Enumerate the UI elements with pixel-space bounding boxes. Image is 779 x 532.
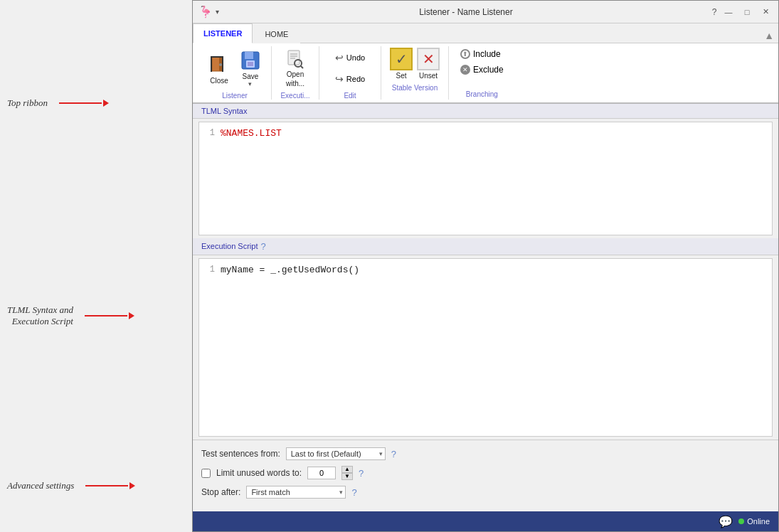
svg-rect-10 (288, 50, 300, 65)
execution-help-icon[interactable]: ? (260, 241, 265, 252)
listener-group-label: Listener (222, 92, 248, 100)
online-status: Online (738, 517, 770, 526)
include-label: Include (473, 49, 501, 59)
undo-icon: ↩ (335, 52, 344, 63)
svg-line-15 (301, 66, 303, 68)
chat-icon[interactable]: 💬 (719, 515, 733, 528)
svg-rect-5 (211, 56, 223, 58)
stop-after-dropdown-wrapper: First match ▾ (246, 486, 346, 499)
edit-group-label: Edit (344, 92, 356, 100)
ribbon-edit-group: ↩ Undo ↪ Redo Edit (319, 46, 381, 100)
limit-checkbox[interactable] (201, 469, 211, 478)
main-window: 🦩 ▾ Listener - Name Listener ? — □ ✕ LIS… (192, 0, 779, 532)
tlml-header: TLML Syntax (193, 104, 778, 119)
svg-rect-9 (248, 62, 253, 66)
exclude-label: Exclude (473, 65, 504, 75)
stop-after-label: Stop after: (201, 487, 240, 497)
stop-after-help[interactable]: ? (351, 487, 356, 498)
top-ribbon-label: Top ribbon (7, 97, 48, 108)
limit-spin-up[interactable]: ▲ (341, 466, 353, 473)
limit-value-input[interactable] (307, 467, 336, 479)
online-label: Online (747, 517, 770, 526)
window-title: Listener - Name Listener (225, 7, 707, 17)
tlml-code-region[interactable]: 1 %NAMES.LIST (199, 122, 772, 235)
execution-code-line-1: 1 myName = _.getUsedWords() (199, 262, 772, 277)
execution-header: Execution Script ? (193, 238, 778, 255)
set-button[interactable]: ✓ Set (390, 48, 413, 80)
advanced-arrow (85, 482, 135, 489)
ribbon-collapse-btn[interactable]: ▲ (760, 30, 778, 43)
title-dropdown-arrow[interactable]: ▾ (216, 8, 219, 16)
limit-row: Limit unused words to: ▲ ▼ ? (201, 466, 770, 480)
execution-section: Execution Script ? 1 myName = _.getUsedW… (193, 238, 778, 440)
execution-code-area[interactable]: 1 myName = _.getUsedWords() (198, 258, 773, 437)
test-sentences-row: Test sentences from: Last to first (Defa… (201, 447, 770, 460)
svg-rect-4 (222, 56, 223, 72)
tlml-annotation: TLML Syntax and Execution Script (7, 304, 185, 327)
top-ribbon-annotation: Top ribbon (7, 97, 185, 109)
save-dropdown-arrow: ▾ (248, 80, 252, 87)
tab-listener[interactable]: LISTENER (193, 23, 253, 43)
include-button[interactable]: ⬆ Include (457, 48, 507, 60)
ribbon: Close Save ▾ (193, 43, 778, 104)
redo-icon: ↪ (335, 73, 344, 85)
ribbon-execution-group: Open with... Executi... (272, 46, 319, 100)
status-bar: 💬 Online (193, 511, 778, 531)
undo-button[interactable]: ↩ Undo (325, 48, 375, 68)
set-icon: ✓ (390, 48, 413, 70)
tlml-arrow (85, 312, 134, 319)
test-sentences-dropdown[interactable]: Last to first (Default) (286, 447, 386, 460)
execution-group-label: Executi... (280, 92, 309, 100)
advanced-annotation: Advanced settings (7, 480, 185, 491)
tab-home[interactable]: HOME (254, 23, 299, 43)
open-with-label: Open (286, 70, 304, 78)
ribbon-tabs: LISTENER HOME ▲ (193, 23, 778, 43)
minimize-button[interactable]: — (721, 5, 736, 19)
exclude-icon: ✕ (460, 65, 470, 75)
branching-label: Branching (457, 90, 507, 98)
unset-button[interactable]: ✕ Unset (417, 48, 440, 80)
close-button-label: Close (210, 77, 228, 85)
save-ribbon-button[interactable]: Save ▾ (235, 47, 265, 90)
stable-version-label: Stable Version (390, 84, 440, 92)
limit-spinner: ▲ ▼ (341, 466, 353, 480)
svg-rect-7 (245, 52, 253, 59)
flamingo-icon: 🦩 (198, 5, 213, 18)
tlml-code-area[interactable]: 1 %NAMES.LIST (198, 122, 773, 235)
close-button[interactable]: ✕ (758, 5, 773, 19)
ribbon-listener-group: Close Save ▾ (198, 46, 272, 100)
execution-header-text: Execution Script (201, 242, 258, 250)
undo-label: Undo (346, 53, 365, 62)
include-icon: ⬆ (460, 49, 470, 59)
save-icon (239, 49, 262, 71)
svg-rect-3 (211, 56, 212, 72)
set-label: Set (396, 72, 406, 80)
ribbon-stable-version-group: ✓ Set ✕ Unset Stable Version (381, 46, 449, 100)
tlml-line-number: 1 (199, 127, 221, 138)
limit-help-icon[interactable]: ? (359, 468, 364, 479)
online-dot (738, 518, 744, 524)
stop-after-dropdown[interactable]: First match (246, 486, 346, 499)
annotation-area: Top ribbon TLML Syntax and Execution Scr… (0, 0, 192, 532)
execution-code-region[interactable]: 1 myName = _.getUsedWords() (199, 259, 772, 436)
save-button-label: Save (243, 73, 259, 80)
close-ribbon-button[interactable]: Close (204, 47, 234, 90)
redo-button[interactable]: ↪ Redo (325, 69, 375, 89)
unset-icon: ✕ (417, 48, 440, 70)
open-with-label2: with... (286, 80, 304, 87)
tlml-label: TLML Syntax and Execution Script (7, 304, 73, 326)
help-button[interactable]: ? (707, 5, 721, 19)
tlml-section: TLML Syntax 1 %NAMES.LIST (193, 104, 778, 238)
execution-line-number: 1 (199, 263, 221, 275)
exclude-button[interactable]: ✕ Exclude (457, 63, 507, 76)
app-logo: 🦩 (198, 5, 213, 19)
content-area: TLML Syntax 1 %NAMES.LIST Execution Scri… (193, 104, 778, 511)
maximize-button[interactable]: □ (740, 5, 754, 19)
stop-after-row: Stop after: First match ▾ ? (201, 486, 770, 499)
advanced-settings: Test sentences from: Last to first (Defa… (193, 440, 778, 511)
open-with-icon (284, 49, 307, 69)
test-sentences-help[interactable]: ? (391, 449, 396, 459)
tlml-code-line-1: 1 %NAMES.LIST (199, 125, 772, 140)
open-with-button[interactable]: Open with... (277, 47, 313, 90)
limit-spin-down[interactable]: ▼ (341, 473, 353, 480)
